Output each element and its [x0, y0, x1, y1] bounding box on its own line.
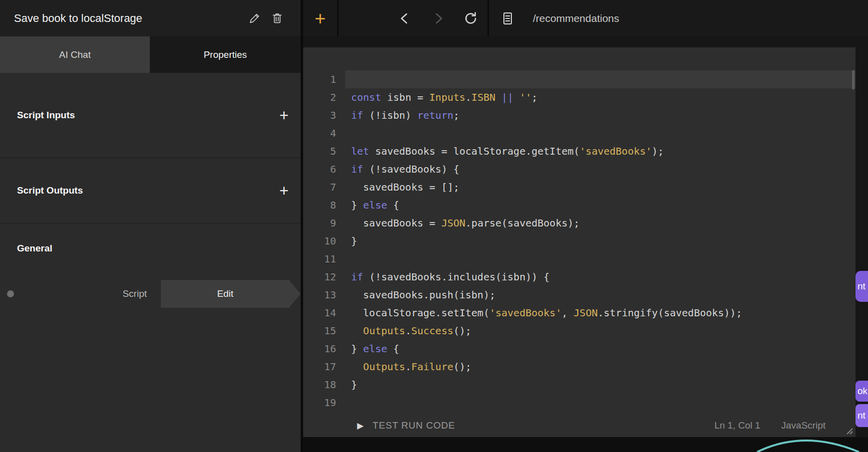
url-bar[interactable]: /recommendations	[533, 12, 619, 24]
code-line[interactable]: } else {	[345, 196, 856, 214]
code-line[interactable]: }	[345, 232, 856, 250]
test-run-code-button[interactable]: TEST RUN CODE	[373, 420, 455, 431]
line-number: 4	[303, 124, 336, 142]
code-line[interactable]: const isbn = Inputs.ISBN || '';	[345, 88, 856, 106]
line-number: 11	[303, 250, 336, 268]
code-line[interactable]: Outputs.Success();	[345, 322, 856, 340]
code-line[interactable]: localStorage.setItem('savedBooks', JSON.…	[345, 304, 856, 322]
code-line[interactable]	[345, 394, 856, 412]
panel-tabs: AI Chat Properties	[0, 36, 301, 73]
panel-title: Save book to localStorage	[14, 12, 243, 25]
forward-button[interactable]	[422, 0, 454, 36]
code-line[interactable]: savedBooks = [];	[345, 178, 856, 196]
code-line[interactable]: }	[345, 376, 856, 394]
tab-properties-label: Properties	[204, 49, 247, 60]
code-area: 12345678910111213141516171819 const isbn…	[303, 47, 856, 414]
resize-grip-icon	[844, 426, 853, 435]
edit-script-button[interactable]: Edit	[161, 280, 290, 308]
tab-ai-chat[interactable]: AI Chat	[0, 36, 150, 73]
editor-status-bar: ▶ TEST RUN CODE Ln 1, Col 1 JavaScript	[303, 414, 856, 437]
page-button-fragment[interactable]: ok	[856, 381, 868, 402]
add-script-output-button[interactable]: +	[279, 183, 289, 199]
line-number: 15	[303, 322, 336, 340]
code-line[interactable]	[345, 250, 856, 268]
plus-icon: +	[279, 182, 289, 200]
refresh-icon	[463, 10, 479, 26]
page-button-fragment[interactable]: nt	[856, 404, 868, 427]
line-number: 19	[303, 394, 336, 412]
script-property-row: Script Edit	[0, 280, 301, 308]
line-number: 16	[303, 340, 336, 358]
language-label: JavaScript	[781, 420, 826, 431]
section-script-outputs: Script Outputs +	[0, 158, 301, 224]
line-number: 9	[303, 214, 336, 232]
code-line[interactable]: if (!savedBooks) {	[345, 160, 856, 178]
chevron-left-icon	[397, 10, 413, 26]
line-number: 10	[303, 232, 336, 250]
line-number: 7	[303, 178, 336, 196]
app-window: nt ok nt +	[0, 0, 868, 452]
code-line[interactable]: if (!savedBooks.includes(isbn)) {	[345, 268, 856, 286]
page-button-fragment-label: nt	[858, 410, 866, 421]
add-script-input-button[interactable]: +	[279, 107, 289, 123]
line-number: 5	[303, 142, 336, 160]
trash-icon	[270, 11, 284, 25]
code-line[interactable]: Outputs.Failure();	[345, 358, 856, 376]
line-number: 1	[303, 70, 336, 88]
page-button-fragment-label: ok	[858, 386, 868, 397]
general-label: General	[17, 243, 52, 253]
line-number: 18	[303, 376, 336, 394]
plus-icon: +	[315, 9, 326, 28]
page-bottom-strip	[303, 437, 868, 452]
line-number: 2	[303, 88, 336, 106]
line-number: 14	[303, 304, 336, 322]
code-lines: const isbn = Inputs.ISBN || '';if (!isbn…	[345, 70, 856, 414]
tab-properties[interactable]: Properties	[150, 36, 301, 73]
tab-ai-chat-label: AI Chat	[59, 49, 90, 60]
script-inputs-label: Script Inputs	[17, 110, 75, 121]
line-number: 8	[303, 196, 336, 214]
refresh-button[interactable]	[454, 0, 487, 36]
plus-icon: +	[279, 106, 289, 124]
pencil-icon	[247, 11, 261, 25]
panel-divider[interactable]	[301, 0, 303, 452]
document-icon	[499, 10, 515, 26]
chevron-right-icon	[430, 10, 446, 26]
line-number: 6	[303, 160, 336, 178]
section-script-inputs: Script Inputs +	[0, 73, 301, 158]
line-numbers: 12345678910111213141516171819	[303, 70, 345, 414]
cursor-position-label: Ln 1, Col 1	[714, 420, 760, 431]
page-button-fragment[interactable]: nt	[856, 271, 868, 302]
properties-panel: Save book to localStorage AI Chat	[0, 0, 301, 452]
panel-body: Script Inputs + Script Outputs + General…	[0, 73, 301, 452]
scrollbar-thumb[interactable]	[852, 70, 855, 89]
code-line[interactable]: savedBooks.push(isbn);	[345, 286, 856, 304]
code-editor-panel: 12345678910111213141516171819 const isbn…	[303, 47, 856, 437]
page-button-fragment-label: nt	[858, 281, 866, 292]
code-line[interactable]: if (!isbn) return;	[345, 106, 856, 124]
script-property-label: Script	[0, 280, 147, 308]
section-general: General Script Edit	[0, 224, 301, 308]
browser-toolbar: + /recommendations	[303, 0, 868, 36]
back-button[interactable]	[389, 0, 422, 36]
new-tab-button[interactable]: +	[303, 0, 339, 36]
delete-button[interactable]	[266, 7, 289, 30]
code-line[interactable]	[345, 124, 856, 142]
page-button[interactable]	[491, 0, 524, 36]
code-line[interactable]: let savedBooks = localStorage.getItem('s…	[345, 142, 856, 160]
play-icon[interactable]: ▶	[357, 421, 364, 431]
code-line[interactable]: } else {	[345, 340, 856, 358]
chart-arc-fragment	[748, 437, 868, 452]
code-line[interactable]: savedBooks = JSON.parse(savedBooks);	[345, 214, 856, 232]
resize-handle[interactable]	[844, 426, 853, 435]
code-line[interactable]	[345, 70, 856, 88]
toolbar-separator	[487, 0, 489, 36]
rename-button[interactable]	[243, 7, 266, 30]
line-number: 17	[303, 358, 336, 376]
line-number: 13	[303, 286, 336, 304]
edit-button-arrow	[290, 281, 301, 307]
panel-header: Save book to localStorage	[0, 0, 301, 36]
line-number: 12	[303, 268, 336, 286]
script-outputs-label: Script Outputs	[17, 185, 83, 196]
line-number: 3	[303, 106, 336, 124]
